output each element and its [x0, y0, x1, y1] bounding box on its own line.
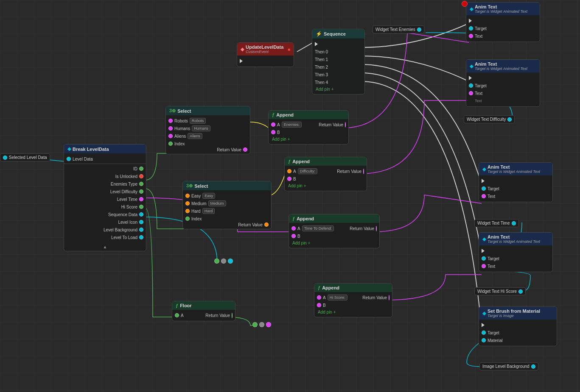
select2-hard: Hard Hard: [183, 207, 271, 215]
append3-body: A Time To Defend: Return Value B Add pin…: [289, 223, 379, 248]
pin-unlocked-out: [139, 174, 143, 178]
set-brush-header: ◆ Set Brush from Material Target is Imag…: [479, 307, 557, 320]
anim-text-3-body: Target Text: [479, 175, 552, 202]
select1-index: Index: [166, 140, 250, 147]
pin-is-unlocked: Is Unlocked: [64, 172, 146, 180]
seq-then0: Then 0: [312, 48, 364, 56]
append2-a: A Difficulty: Return Value: [285, 167, 367, 175]
append2-node: ƒ Append A Difficulty: Return Value B Ad…: [284, 157, 367, 191]
setbrush-exec: [479, 321, 557, 329]
floor-node: ƒ Floor A Return Value: [172, 301, 235, 321]
append2-title: Append: [292, 159, 310, 164]
anim-text-3-header: ◆ Anim Text Target is Widget Animated Te…: [479, 163, 552, 175]
widget-text-enemies-label: Widget Text Enemies: [375, 27, 415, 32]
set-brush-node: ◆ Set Brush from Material Target is Imag…: [479, 306, 557, 346]
anim2-target: Target: [466, 82, 540, 89]
set-brush-subtitle: Target is Image: [488, 314, 540, 318]
anim-text-1-header: ◆ Anim Text Target is Widget Animated Te…: [466, 3, 540, 15]
pin-level-difficulty: Level Difficulty: [64, 188, 146, 195]
update-subtitle: CustomEvent: [246, 50, 283, 54]
append4-a: A Hi Score: Return Value: [314, 294, 392, 301]
seq-then4: Then 4: [312, 78, 364, 86]
widget-text-time-node: Widget Text Time: [474, 219, 519, 227]
append3-a: A Time To Defend: Return Value: [289, 225, 379, 232]
append4-title: Append: [322, 285, 339, 290]
selected-level-data-label: Selected Level Data: [9, 155, 47, 160]
anim1-exec: [466, 17, 540, 25]
pin-level-data: Level Data: [64, 155, 146, 163]
anim-text-2-node: ◆ Anim Text Target is Widget Animated Te…: [466, 59, 540, 107]
widget-text-difficulty-node: Widget Text Difficulty: [464, 115, 515, 123]
select1-node: 3⊕ Select Robots Robots Humans Humans Al…: [165, 106, 250, 154]
pin-difficulty-out: [139, 189, 143, 194]
anim-text-3-subtitle: Target is Widget Animated Text: [488, 170, 540, 174]
append3-add-pin[interactable]: Add pin +: [289, 240, 379, 246]
floor-a: A Return Value: [172, 311, 235, 319]
error-indicator: [462, 1, 468, 7]
seq-add-pin[interactable]: Add pin +: [312, 86, 364, 92]
mini-connector-1: [214, 259, 233, 264]
append4-node: ƒ Append A Hi Score: Return Value B Add …: [314, 283, 392, 317]
anim4-target: Target: [479, 255, 552, 262]
widget-text-difficulty-label: Widget Text Difficulty: [467, 117, 506, 122]
append4-add-pin[interactable]: Add pin +: [314, 309, 392, 315]
anim2-exec: [466, 74, 540, 82]
append3-node: ƒ Append A Time To Defend: Return Value …: [289, 214, 380, 248]
append4-header: ƒ Append: [314, 284, 392, 292]
append3-title: Append: [297, 216, 314, 221]
anim-text-4-header: ◆ Anim Text Target is Widget Animated Te…: [479, 233, 552, 245]
set-brush-body: Target Material: [479, 320, 557, 346]
select2-header: 3⊕ Select: [183, 181, 271, 190]
break-level-data-node: ◆ Break LevelData Level Data ID Is Unloc…: [64, 144, 146, 251]
append2-b: B: [285, 175, 367, 183]
pin-time-out: [139, 197, 143, 201]
select1-aliens: Aliens Aliens: [166, 132, 250, 140]
pin-id-out: [139, 167, 143, 171]
anim2-text: Text: [466, 89, 540, 97]
break-level-data-footer: ▲: [64, 243, 146, 251]
update-level-data-node: ◆ UpdateLevelData CustomEvent ■: [237, 42, 294, 67]
select1-body: Robots Robots Humans Humans Aliens Alien…: [166, 115, 250, 154]
floor-title: Floor: [180, 303, 192, 308]
anim-text-3-node: ◆ Anim Text Target is Widget Animated Te…: [479, 162, 553, 202]
pin-icon-out: [139, 220, 143, 224]
append3-b: B: [289, 232, 379, 240]
append1-add-pin[interactable]: Add pin +: [269, 136, 348, 142]
append2-add-pin[interactable]: Add pin +: [285, 183, 367, 189]
pin-sequence-data: Sequence Data: [64, 211, 146, 218]
select1-header: 3⊕ Select: [166, 106, 250, 115]
seq-then3: Then 3: [312, 71, 364, 78]
append4-body: A Hi Score: Return Value B Add pin +: [314, 292, 392, 317]
set-brush-title: Set Brush from Material: [488, 309, 540, 314]
setbrush-material: Material: [479, 336, 557, 344]
select2-medium: Medium Medium: [183, 200, 271, 207]
pin-load-out: [139, 235, 143, 239]
selected-level-data-pin: [3, 156, 7, 160]
floor-body: A Return Value: [172, 310, 235, 321]
anim-text-2-title: Anim Text: [475, 61, 527, 67]
sequence-title: Sequence: [324, 31, 346, 36]
pin-level-background: Level Background: [64, 226, 146, 234]
pin-hiscore-out: [139, 205, 143, 209]
widget-text-hiscore-label: Widget Text Hi Score: [477, 289, 517, 294]
sequence-node: ⚡ Sequence Then 0 Then 1 Then 2 Then 3 T…: [312, 29, 365, 95]
widget-text-enemies-node: Widget Text Enemies: [373, 25, 424, 33]
anim1-text: Text: [466, 32, 540, 40]
anim-text-2-subtitle: Target is Widget Animated Text: [475, 67, 527, 71]
select2-index: Index: [183, 215, 271, 222]
pin-level-time: Level Time: [64, 195, 146, 203]
break-level-data-header: ◆ Break LevelData: [64, 145, 146, 153]
append1-b: B: [269, 128, 348, 136]
select1-humans: Humans Humans: [166, 125, 250, 132]
append4-b: B: [314, 301, 392, 309]
setbrush-target: Target: [479, 329, 557, 336]
anim1-target: Target: [466, 25, 540, 32]
break-level-data-body: Level Data ID Is Unlocked Enemies Type L…: [64, 153, 146, 243]
anim3-text: Text: [479, 192, 552, 200]
select1-title: Select: [177, 108, 191, 114]
select2-title: Select: [194, 183, 208, 189]
pin-seqdata-out: [139, 212, 143, 217]
break-level-data-title: Break LevelData: [73, 147, 109, 152]
anim2-text-label: Text: [466, 97, 540, 105]
sequence-header: ⚡ Sequence: [312, 29, 364, 39]
